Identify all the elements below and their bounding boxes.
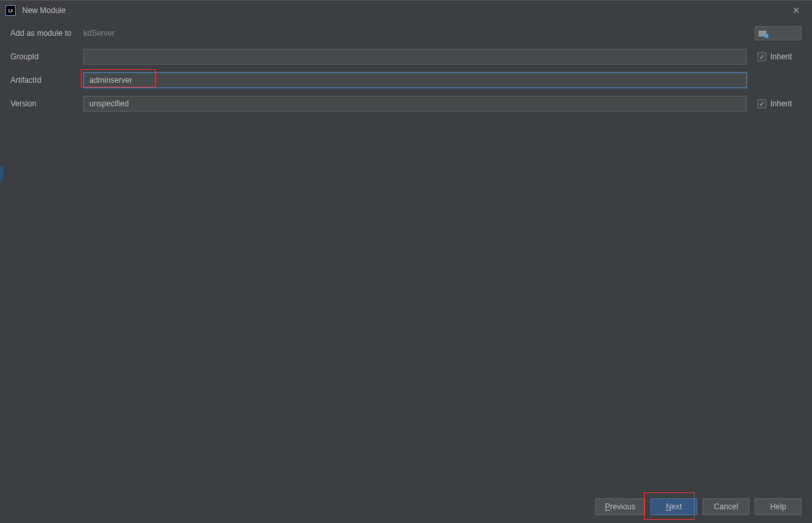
- folder-icon: [759, 30, 768, 37]
- form-content: Add as module to kdServer GroupId Inheri…: [0, 20, 812, 490]
- button-bar: Previous Next Cancel Help: [0, 490, 812, 523]
- version-inherit-group: Inherit: [757, 99, 802, 108]
- version-inherit-checkbox[interactable]: [757, 99, 766, 108]
- previous-button[interactable]: Previous: [595, 498, 645, 515]
- new-module-window: IJ New Module ✕ Add as module to kdServe…: [0, 0, 812, 523]
- add-as-module-value: kdServer: [83, 29, 755, 38]
- cancel-button[interactable]: Cancel: [703, 498, 749, 515]
- artifact-id-label: ArtifactId: [10, 76, 83, 85]
- browse-module-button[interactable]: [755, 26, 802, 40]
- version-inherit-label: Inherit: [770, 99, 792, 108]
- artifact-id-input[interactable]: [83, 72, 747, 88]
- group-id-inherit-label: Inherit: [770, 52, 792, 61]
- group-id-label: GroupId: [10, 52, 83, 61]
- left-edge-indicator: [0, 166, 3, 181]
- version-row: Version Inherit: [10, 96, 802, 112]
- intellij-icon: IJ: [5, 5, 16, 16]
- add-as-module-label: Add as module to: [10, 29, 83, 38]
- group-id-inherit-checkbox[interactable]: [757, 52, 766, 61]
- close-button[interactable]: ✕: [786, 3, 807, 18]
- group-id-inherit-group: Inherit: [757, 52, 802, 61]
- window-titlebar: IJ New Module ✕: [0, 1, 812, 20]
- help-button[interactable]: Help: [755, 498, 802, 515]
- add-as-module-row: Add as module to kdServer: [10, 25, 802, 41]
- next-button[interactable]: Next: [650, 498, 697, 515]
- window-title: New Module: [22, 6, 786, 15]
- group-id-input[interactable]: [83, 49, 747, 65]
- artifact-id-row: ArtifactId: [10, 72, 802, 88]
- version-input[interactable]: [83, 96, 747, 112]
- group-id-row: GroupId Inherit: [10, 49, 802, 65]
- version-label: Version: [10, 99, 83, 108]
